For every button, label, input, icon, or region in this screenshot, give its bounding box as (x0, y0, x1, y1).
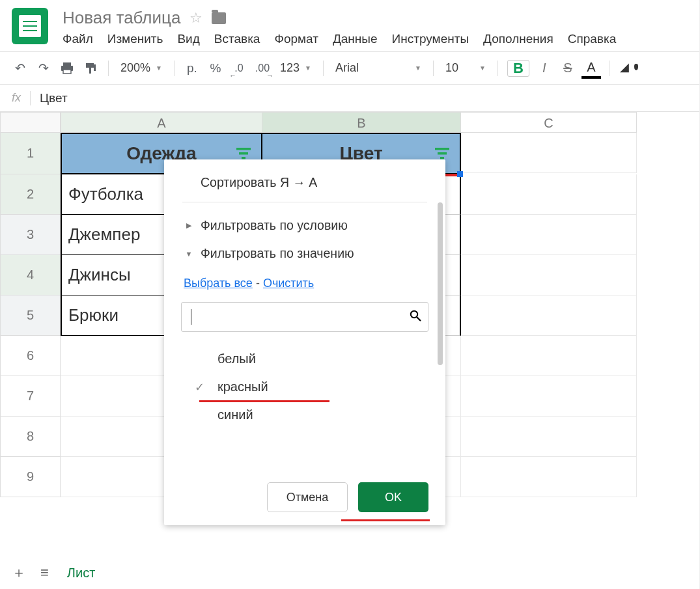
redo-icon[interactable]: ↷ (35, 60, 52, 77)
column-header-b[interactable]: B (262, 112, 461, 133)
svg-rect-6 (236, 148, 251, 150)
cell-c6[interactable] (461, 336, 637, 376)
formula-bar: fx Цвет (0, 85, 699, 112)
cell-c1[interactable] (461, 133, 637, 173)
cell-c4[interactable] (461, 255, 637, 295)
undo-icon[interactable]: ↶ (12, 60, 29, 77)
filter-by-condition[interactable]: ▶Фильтровать по условию (164, 212, 445, 240)
svg-rect-3 (86, 63, 94, 68)
currency-button[interactable]: р. (184, 60, 201, 77)
percent-button[interactable]: % (207, 60, 224, 77)
clear-link[interactable]: Очистить (263, 277, 314, 290)
ok-button[interactable]: OK (358, 482, 428, 512)
svg-rect-9 (435, 148, 449, 150)
zoom-selector[interactable]: 200%▼ (118, 60, 165, 76)
select-all-link[interactable]: Выбрать все (184, 277, 253, 290)
decrease-decimal-button[interactable]: .0 ← (231, 60, 247, 77)
svg-rect-7 (239, 152, 248, 155)
filter-search-input[interactable] (181, 302, 428, 332)
sheet-tab-1[interactable]: Лист (63, 562, 99, 584)
row-header-4[interactable]: 4 (0, 255, 61, 295)
menu-data[interactable]: Данные (333, 32, 378, 46)
filter-popup: Сортировать Я → А ▶Фильтровать по услови… (164, 159, 445, 525)
svg-line-13 (417, 317, 421, 321)
cell-c2[interactable] (461, 174, 637, 215)
italic-button[interactable]: I (536, 60, 553, 77)
menu-help[interactable]: Справка (568, 32, 617, 46)
cell-c7[interactable] (461, 376, 637, 417)
cell-c3[interactable] (461, 215, 637, 255)
fx-label: fx (12, 91, 21, 105)
column-header-c[interactable]: C (461, 112, 637, 133)
all-sheets-button[interactable]: ≡ (40, 564, 49, 581)
menu-format[interactable]: Формат (274, 32, 318, 46)
sheets-logo (12, 8, 48, 44)
menu-file[interactable]: Файл (63, 32, 93, 46)
filter-by-value[interactable]: ▼Фильтровать по значению (164, 240, 445, 267)
cell-c9[interactable] (461, 457, 637, 497)
cancel-button[interactable]: Отмена (267, 482, 348, 512)
search-icon (410, 310, 421, 325)
svg-rect-10 (438, 152, 447, 155)
cell-c5[interactable] (461, 295, 637, 336)
sheet-tabs: ＋ ≡ Лист (12, 556, 99, 589)
fill-color-button[interactable] (619, 60, 636, 77)
bold-button[interactable]: B (507, 60, 529, 77)
sort-desc-option[interactable]: Сортировать Я → А (164, 171, 445, 202)
row-header-6[interactable]: 6 (0, 336, 61, 376)
row-header-5[interactable]: 5 (0, 295, 61, 336)
row-header-7[interactable]: 7 (0, 376, 61, 417)
menu-addons[interactable]: Дополнения (483, 32, 553, 46)
star-icon[interactable]: ☆ (189, 10, 203, 27)
filter-value-красный[interactable]: ✓ красный (188, 373, 426, 401)
menu-bar: Файл Изменить Вид Вставка Формат Данные … (63, 32, 688, 46)
cell-c8[interactable] (461, 417, 637, 457)
font-size-selector[interactable]: 10▼ (443, 60, 488, 76)
text-color-button[interactable]: A (583, 60, 600, 77)
svg-rect-11 (440, 157, 444, 159)
row-header-1[interactable]: 1 (0, 133, 61, 174)
svg-rect-2 (63, 70, 71, 74)
add-sheet-button[interactable]: ＋ (12, 563, 26, 582)
filter-value-белый[interactable]: белый (188, 345, 426, 373)
document-title[interactable]: Новая таблица (63, 8, 180, 28)
formula-value[interactable]: Цвет (40, 91, 68, 105)
filter-icon[interactable] (434, 146, 451, 161)
filter-value-синий[interactable]: синий (188, 401, 426, 429)
filter-icon[interactable] (235, 146, 252, 161)
row-header-9[interactable]: 9 (0, 457, 61, 497)
increase-decimal-button[interactable]: .00 → (254, 60, 271, 77)
folder-icon[interactable] (212, 12, 226, 24)
menu-edit[interactable]: Изменить (107, 32, 163, 46)
menu-insert[interactable]: Вставка (214, 32, 260, 46)
row-header-3[interactable]: 3 (0, 215, 61, 255)
row-header-2[interactable]: 2 (0, 174, 61, 215)
svg-rect-8 (242, 157, 245, 159)
row-header-8[interactable]: 8 (0, 417, 61, 457)
toolbar: ↶ ↷ 200%▼ р. % .0 ← .00 → 123▼ Arial▼ 10… (0, 52, 699, 85)
font-selector[interactable]: Arial▼ (333, 60, 424, 76)
number-format-selector[interactable]: 123▼ (277, 60, 314, 76)
print-icon[interactable] (59, 60, 76, 77)
check-icon: ✓ (191, 380, 207, 394)
svg-rect-5 (89, 68, 91, 74)
paint-format-icon[interactable] (82, 60, 99, 77)
svg-rect-0 (63, 62, 71, 66)
svg-rect-4 (94, 64, 96, 71)
column-header-a[interactable]: A (61, 112, 262, 133)
menu-view[interactable]: Вид (177, 32, 199, 46)
svg-point-12 (411, 310, 417, 317)
menu-tools[interactable]: Инструменты (392, 32, 469, 46)
scrollbar[interactable] (438, 202, 443, 365)
strikethrough-button[interactable]: S (559, 60, 576, 77)
